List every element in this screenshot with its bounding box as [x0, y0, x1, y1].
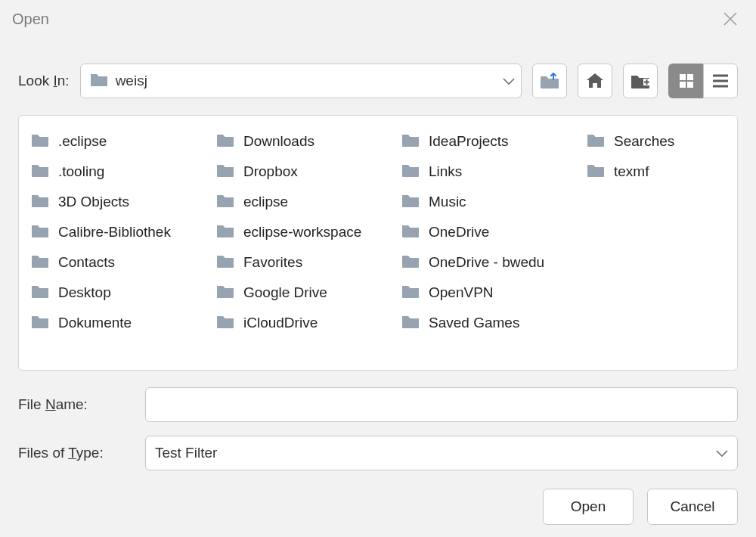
folder-icon — [31, 193, 49, 212]
folder-icon — [401, 314, 420, 333]
file-name: Music — [429, 194, 466, 210]
folder-icon — [31, 223, 49, 242]
folder-icon — [401, 253, 420, 272]
file-item[interactable]: Saved Games — [397, 308, 582, 338]
home-icon — [586, 73, 604, 89]
file-name: Saved Games — [429, 315, 519, 331]
file-item[interactable]: Downloads — [212, 126, 397, 157]
chevron-down-icon — [503, 73, 515, 89]
file-item[interactable]: Music — [397, 187, 582, 217]
view-toggle — [668, 64, 738, 98]
filetype-value: Test Filter — [155, 445, 217, 461]
folder-icon — [401, 163, 420, 182]
folder-icon — [401, 132, 420, 151]
file-item[interactable]: .tooling — [26, 157, 212, 187]
file-item[interactable]: OneDrive — [397, 217, 582, 247]
cancel-button[interactable]: Cancel — [647, 489, 738, 525]
file-item[interactable]: 3D Objects — [26, 187, 212, 217]
folder-up-icon — [540, 73, 559, 89]
folder-icon — [90, 72, 108, 91]
file-item[interactable]: Searches — [582, 126, 756, 157]
folder-icon — [216, 284, 234, 303]
folder-icon — [401, 193, 420, 212]
up-folder-button[interactable] — [532, 64, 567, 98]
lookin-row: Look In: weisj — [0, 64, 756, 98]
file-name: Links — [429, 163, 462, 180]
svg-rect-3 — [680, 82, 686, 88]
home-button[interactable] — [578, 64, 612, 98]
filetype-combo[interactable]: Test Filter — [145, 436, 738, 470]
folder-icon — [216, 163, 234, 182]
dialog-buttons: Open Cancel — [0, 489, 756, 525]
filename-row: File Name: — [0, 387, 756, 422]
file-name: IdeaProjects — [429, 133, 509, 150]
list-icon — [712, 74, 729, 88]
file-item[interactable]: Google Drive — [212, 278, 397, 308]
chevron-down-icon — [716, 445, 728, 461]
file-item[interactable]: IdeaProjects — [397, 126, 582, 157]
file-item[interactable]: texmf — [582, 157, 756, 187]
file-item[interactable]: eclipse-workspace — [212, 217, 397, 247]
file-item[interactable]: OpenVPN — [397, 278, 582, 308]
folder-icon — [31, 163, 49, 182]
file-item[interactable]: Favorites — [212, 247, 397, 278]
filename-input[interactable] — [145, 387, 738, 422]
folder-icon — [401, 284, 420, 303]
file-item[interactable]: eclipse — [212, 187, 397, 217]
svg-rect-2 — [687, 74, 693, 80]
file-name: texmf — [614, 163, 649, 180]
file-name: Favorites — [243, 254, 302, 271]
open-button[interactable]: Open — [543, 489, 634, 525]
svg-rect-4 — [687, 82, 693, 88]
filetype-label: Files of Type: — [18, 445, 132, 461]
file-item[interactable]: Calibre-Bibliothek — [26, 217, 212, 247]
folder-icon — [31, 314, 49, 333]
folder-icon — [401, 223, 420, 242]
icon-view-button[interactable] — [668, 64, 703, 98]
file-name: Downloads — [243, 133, 314, 150]
dialog-title: Open — [12, 11, 49, 28]
folder-icon — [216, 193, 234, 212]
folder-icon — [216, 223, 234, 242]
file-name: Google Drive — [243, 284, 327, 301]
file-name: Searches — [614, 133, 674, 150]
file-item[interactable]: Links — [397, 157, 582, 187]
file-name: .eclipse — [58, 133, 107, 150]
lookin-label: Look In: — [18, 73, 70, 89]
file-item[interactable]: Dropbox — [212, 157, 397, 187]
new-folder-button[interactable] — [623, 64, 658, 98]
lookin-combo[interactable]: weisj — [80, 64, 522, 98]
new-folder-icon — [631, 73, 650, 89]
folder-icon — [587, 163, 605, 182]
file-name: Dropbox — [243, 163, 298, 180]
file-item[interactable]: .eclipse — [26, 126, 212, 157]
svg-rect-1 — [680, 74, 686, 80]
file-name: Desktop — [58, 284, 111, 301]
list-view-button[interactable] — [703, 64, 738, 98]
file-name: Contacts — [58, 254, 115, 271]
folder-icon — [216, 132, 234, 151]
file-name: Dokumente — [58, 315, 132, 331]
folder-icon — [216, 314, 234, 333]
filename-label: File Name: — [18, 396, 132, 413]
file-name: .tooling — [58, 163, 104, 180]
close-icon[interactable] — [720, 8, 741, 29]
file-item[interactable]: Dokumente — [26, 308, 212, 338]
file-item[interactable]: Contacts — [26, 247, 212, 278]
lookin-value: weisj — [116, 73, 147, 89]
file-name: Calibre-Bibliothek — [58, 224, 171, 241]
title-bar: Open — [0, 0, 756, 38]
open-dialog: Open Look In: weisj — [0, 0, 756, 537]
file-list[interactable]: .eclipse.tooling3D ObjectsCalibre-Biblio… — [18, 115, 738, 371]
file-name: OpenVPN — [429, 284, 494, 301]
file-item[interactable]: OneDrive - bwedu — [397, 247, 582, 278]
file-name: iCloudDrive — [243, 315, 318, 331]
file-name: OneDrive — [429, 224, 489, 241]
file-name: OneDrive - bwedu — [429, 254, 544, 271]
file-name: eclipse-workspace — [243, 224, 361, 241]
file-item[interactable]: Desktop — [26, 278, 212, 308]
file-item[interactable]: iCloudDrive — [212, 308, 397, 338]
filetype-row: Files of Type: Test Filter — [0, 436, 756, 470]
folder-icon — [31, 132, 49, 151]
folder-icon — [587, 132, 605, 151]
